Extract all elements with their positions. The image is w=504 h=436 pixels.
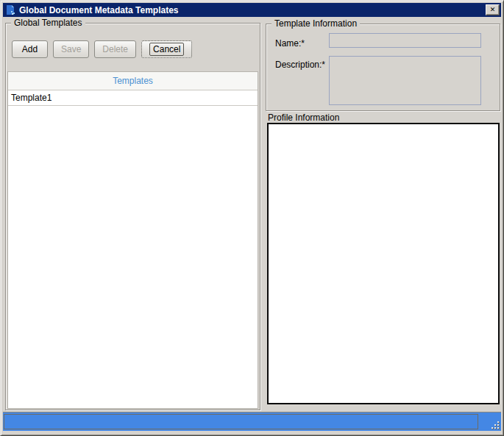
cancel-button[interactable]: Cancel (141, 40, 192, 58)
resize-grip-icon[interactable] (489, 419, 499, 429)
description-label: Description:* (275, 60, 325, 70)
template-information-group-title: Template Information (271, 18, 360, 29)
dialog-window: Global Document Metadata Templates ✕ Glo… (0, 0, 504, 436)
templates-column-header[interactable]: Templates (8, 72, 258, 90)
profile-information-title: Profile Information (268, 112, 339, 123)
app-document-icon (5, 4, 16, 15)
status-message (4, 414, 478, 429)
table-row[interactable]: Template1 (8, 90, 258, 106)
templates-table: Templates Template1 (7, 71, 258, 409)
template-information-group: Template Information Name:* Description:… (266, 24, 500, 111)
delete-button[interactable]: Delete (94, 40, 136, 58)
global-templates-group: Global Templates Add Save Delete Cancel … (5, 23, 260, 410)
profile-information-panel (267, 123, 500, 404)
close-icon[interactable]: ✕ (486, 4, 500, 15)
status-bar (3, 412, 501, 431)
template-actions-toolbar: Add Save Delete Cancel (12, 40, 192, 58)
cancel-button-label: Cancel (149, 43, 184, 56)
title-bar[interactable]: Global Document Metadata Templates ✕ (3, 3, 501, 17)
window-title: Global Document Metadata Templates (19, 5, 179, 15)
global-templates-group-title: Global Templates (11, 18, 85, 28)
name-label: Name:* (275, 38, 305, 49)
add-button[interactable]: Add (12, 40, 48, 58)
description-field[interactable] (329, 56, 481, 105)
save-button[interactable]: Save (53, 40, 89, 58)
name-field[interactable] (329, 33, 481, 48)
